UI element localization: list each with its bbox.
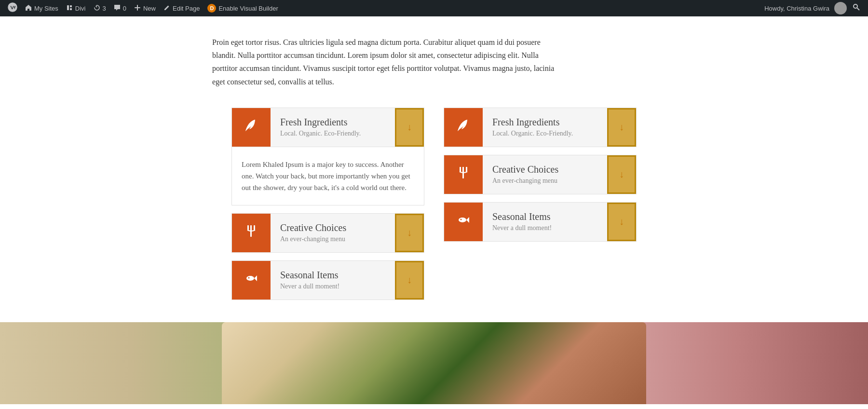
svg-point-11 [459,218,466,222]
pencil-icon [163,4,170,13]
left-accordion-body-text-1: Lorem Khaled Ipsum is a major key to suc… [242,159,414,193]
page-content: Proin eget tortor risus. Cras ultricies … [0,16,868,404]
left-accordion-title-2: Creative Choices [280,222,385,233]
right-accordion-subtitle-3: Never a dull moment! [492,224,597,232]
down-arrow-icon-r2: ↓ [619,169,624,180]
left-column: Fresh Ingredients Local. Organic. Eco-Fr… [222,108,434,308]
comments-count: 0 [123,5,126,12]
down-arrow-icon-2: ↓ [407,227,412,238]
right-accordion-title-1: Fresh Ingredients [492,117,597,128]
right-icon-box-1 [444,108,483,147]
left-accordion-toggle-3[interactable]: ↓ [395,261,424,300]
right-title-area-3: Seasonal Items Never a dull moment! [483,203,607,241]
right-accordion-item-3: Seasonal Items Never a dull moment! ↓ [444,202,637,242]
right-icon-box-2 [444,155,483,194]
wp-icon [8,2,17,14]
left-accordion-item-3: Seasonal Items Never a dull moment! ↓ [231,260,424,300]
fish-icon-2 [456,212,471,231]
house-icon [25,4,32,13]
svg-line-2 [857,8,860,11]
fish-icon-1 [244,271,259,289]
right-accordion-header-3: Seasonal Items Never a dull moment! ↓ [444,203,636,241]
svg-rect-4 [254,225,255,230]
edit-page-btn[interactable]: Edit Page [160,0,203,16]
svg-point-7 [248,277,250,279]
fork-icon-2 [456,165,471,184]
right-accordion-header-1: Fresh Ingredients Local. Organic. Eco-Fr… [444,108,636,147]
left-title-area-2: Creative Choices An ever-changing menu [271,214,395,252]
down-arrow-icon-r3: ↓ [619,216,624,227]
enable-visual-builder-btn[interactable]: D Enable Visual Builder [203,0,282,16]
fork-icon-1 [244,223,259,242]
left-accordion-title-3: Seasonal Items [280,270,385,281]
left-accordion-toggle-1[interactable]: ↓ [395,108,424,147]
accordion-grid: Fresh Ingredients Local. Organic. Eco-Fr… [111,108,757,308]
divi-circle-icon: D [207,4,216,13]
updates-count: 3 [103,5,106,12]
svg-point-1 [854,4,857,8]
divi-label: Divi [75,5,86,12]
down-arrow-icon-1: ↓ [407,122,412,133]
right-accordion-subtitle-1: Local. Organic. Eco-Friendly. [492,130,597,137]
down-arrow-icon-3: ↓ [407,274,412,286]
left-accordion-body-1: Lorem Khaled Ipsum is a major key to suc… [232,147,424,205]
left-accordion-header-3: Seasonal Items Never a dull moment! ↓ [232,261,424,300]
svg-point-12 [461,219,462,220]
divi-theme-icon [66,4,73,13]
bottom-image-inner [222,322,646,404]
svg-rect-3 [247,225,249,230]
left-icon-box-1 [232,108,271,147]
my-sites-label: My Sites [34,5,58,12]
left-accordion-header-2: Creative Choices An ever-changing menu ↓ [232,214,424,252]
left-accordion-toggle-2[interactable]: ↓ [395,214,424,252]
admin-bar-right: Howdy, Christina Gwira [764,1,864,15]
comment-icon [114,4,121,13]
left-title-area-1: Fresh Ingredients Local. Organic. Eco-Fr… [271,108,395,147]
right-accordion-toggle-1[interactable]: ↓ [607,108,636,147]
left-icon-box-2 [232,214,271,252]
admin-search-btn[interactable] [849,1,864,15]
edit-page-label: Edit Page [173,5,200,12]
right-accordion-item-2: Creative Choices An ever-changing menu ↓ [444,155,637,194]
new-btn[interactable]: New [130,0,160,16]
comments-btn[interactable]: 0 [110,0,130,16]
enable-visual-builder-label: Enable Visual Builder [218,5,278,12]
right-accordion-toggle-2[interactable]: ↓ [607,155,636,194]
down-arrow-icon-r1: ↓ [619,122,624,133]
new-label: New [143,5,156,12]
right-column: Fresh Ingredients Local. Organic. Eco-Fr… [434,108,646,308]
right-accordion-title-3: Seasonal Items [492,211,597,222]
plus-icon [134,4,141,13]
left-icon-box-3 [232,261,271,300]
right-accordion-toggle-3[interactable]: ↓ [607,203,636,241]
right-accordion-title-2: Creative Choices [492,164,597,175]
right-title-area-1: Fresh Ingredients Local. Organic. Eco-Fr… [483,108,607,147]
avatar [834,2,847,14]
left-accordion-item-2: Creative Choices An ever-changing menu ↓ [231,213,424,253]
divi-btn[interactable]: Divi [62,0,90,16]
right-accordion-subtitle-2: An ever-changing menu [492,177,597,185]
intro-text: Proin eget tortor risus. Cras ultricies … [203,36,569,88]
howdy-label: Howdy, Christina Gwira [764,5,829,12]
right-accordion-item-1: Fresh Ingredients Local. Organic. Eco-Fr… [444,108,637,147]
left-accordion-title-1: Fresh Ingredients [280,117,385,128]
left-accordion-header-1: Fresh Ingredients Local. Organic. Eco-Fr… [232,108,424,147]
wp-logo[interactable] [4,0,21,16]
my-sites-btn[interactable]: My Sites [21,0,62,16]
left-accordion-subtitle-3: Never a dull moment! [280,283,385,290]
leaf-icon-2 [456,118,471,136]
left-accordion-item-1: Fresh Ingredients Local. Organic. Eco-Fr… [231,108,424,205]
svg-point-6 [246,276,254,281]
bottom-image [0,322,868,404]
left-title-area-3: Seasonal Items Never a dull moment! [271,261,395,300]
svg-rect-8 [460,167,461,172]
right-icon-box-3 [444,203,483,241]
left-accordion-subtitle-1: Local. Organic. Eco-Friendly. [280,130,385,137]
updates-btn[interactable]: 3 [90,0,110,16]
refresh-icon [94,4,100,13]
leaf-icon-1 [244,118,259,136]
admin-bar: My Sites Divi 3 0 New Edit Page D Enable… [0,0,868,16]
right-title-area-2: Creative Choices An ever-changing menu [483,155,607,194]
intro-paragraph: Proin eget tortor risus. Cras ultricies … [212,36,559,88]
right-accordion-header-2: Creative Choices An ever-changing menu ↓ [444,155,636,194]
